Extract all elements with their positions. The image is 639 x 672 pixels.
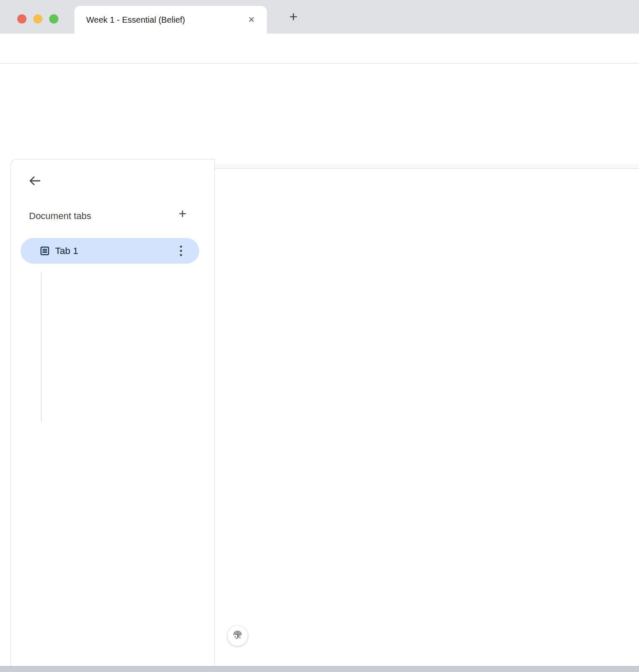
add-tab-button[interactable]: +	[173, 205, 192, 223]
tab-close-icon[interactable]: ×	[244, 13, 259, 27]
browser-tab-title: Week 1 - Essential (Belief)	[86, 6, 185, 34]
new-tab-button[interactable]: +	[285, 8, 302, 25]
tab-document-icon	[39, 245, 50, 258]
browser-tab[interactable]: Week 1 - Essential (Belief) ×	[74, 6, 267, 34]
document-tabs-header: Document tabs	[29, 211, 91, 222]
app-window: Week 1 - Essential (Belief) × + https://…	[0, 0, 639, 672]
vertical-ruler	[0, 164, 11, 672]
toolbar-row: A 100% Normal text Arial − 11 + B I U A	[0, 113, 639, 145]
window-minimize-button[interactable]	[33, 14, 42, 24]
window-zoom-button[interactable]	[49, 14, 58, 24]
document-canvas	[215, 164, 639, 168]
browser-toolbar: https://docs.google.com	[0, 34, 639, 63]
tab-label: Tab 1	[55, 238, 78, 264]
browser-tab-strip: Week 1 - Essential (Belief) × +	[0, 0, 639, 34]
back-arrow-icon[interactable]	[28, 174, 42, 188]
fingerprint-icon	[231, 629, 244, 643]
page-tools-button[interactable]	[227, 626, 248, 646]
document-tabs-sidebar: Document tabs + Tab 1	[11, 159, 215, 666]
bottom-scrollbar[interactable]	[0, 666, 639, 672]
tab-options-kebab-icon[interactable]	[175, 245, 187, 257]
tab-1-item[interactable]: Tab 1	[21, 238, 199, 264]
document-page[interactable]	[215, 168, 639, 666]
window-close-button[interactable]	[17, 14, 26, 24]
docs-header: Week 1 - Believe ☆	[0, 64, 639, 113]
outline-guide-line	[41, 272, 42, 422]
